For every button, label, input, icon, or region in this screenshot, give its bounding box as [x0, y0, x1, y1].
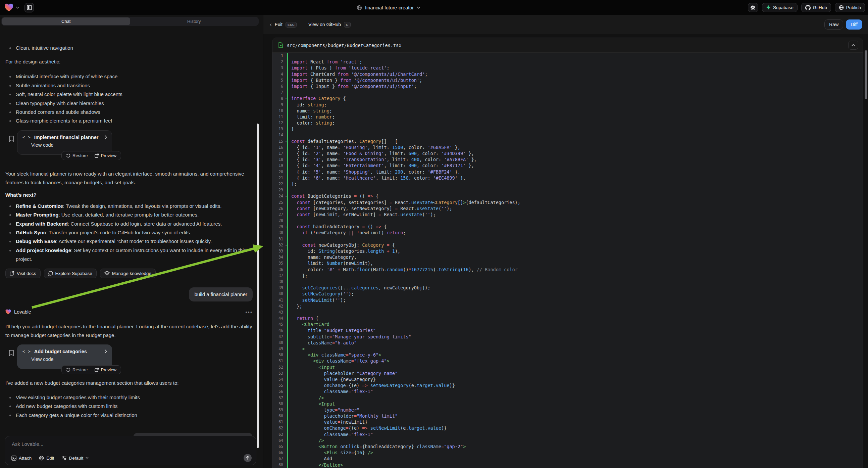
code-line[interactable]: 16 { id: '1', name: 'Housing', limit: 15…	[273, 144, 863, 150]
preview-button[interactable]: Preview	[91, 367, 120, 372]
send-button[interactable]	[244, 454, 252, 462]
code-line[interactable]: 64 />	[273, 437, 863, 443]
visit-docs-button[interactable]: Visit docs	[5, 269, 40, 278]
code-line[interactable]: 59 type="number"	[273, 407, 863, 413]
project-title-menu[interactable]: financial-future-creator	[356, 0, 421, 15]
restore-button[interactable]: Restore	[63, 153, 91, 158]
code-editor[interactable]: 1 2import React from 'react';3import { P…	[273, 53, 863, 468]
code-line[interactable]: 52 <Input	[273, 364, 863, 370]
code-line[interactable]: 29⌄ const handleAddCategory = () => {	[273, 224, 863, 230]
code-line[interactable]: 37 };	[273, 273, 863, 279]
view-code-link[interactable]: View code	[18, 140, 112, 148]
code-line[interactable]: 27 const [newLimit, setNewLimit] = React…	[273, 211, 863, 217]
code-line[interactable]: 54 value={newCategory}	[273, 376, 863, 382]
code-line[interactable]: 50 <div className="space-y-6">	[273, 352, 863, 358]
raw-toggle-button[interactable]: Raw	[825, 20, 843, 30]
code-line[interactable]: 41 setNewLimit('');	[273, 297, 863, 303]
code-line[interactable]: 53 placeholder="Category name"	[273, 370, 863, 376]
code-line[interactable]: 6import { Input } from '@/components/ui/…	[273, 83, 863, 89]
code-line[interactable]: 22];	[273, 181, 863, 187]
code-line[interactable]: 1	[273, 53, 863, 59]
explore-supabase-button[interactable]: Explore Supabase	[44, 269, 97, 278]
code-line[interactable]: 57 />	[273, 395, 863, 401]
code-line[interactable]: 66 <Plus size={16} />	[273, 449, 863, 456]
publish-button[interactable]: Publish	[835, 3, 865, 12]
manage-knowledge-button[interactable]: Manage knowledge	[100, 269, 156, 278]
code-scrollbar[interactable]	[865, 50, 867, 99]
code-line[interactable]: 58 <Input	[273, 401, 863, 407]
code-line[interactable]: 17 { id: '2', name: 'Food & Dining', lim…	[273, 150, 863, 156]
code-line[interactable]: 4import ChartCard from '@/components/ui/…	[273, 71, 863, 77]
chat-scrollbar[interactable]	[257, 123, 259, 448]
code-line[interactable]: 43	[273, 309, 863, 315]
code-line[interactable]: 23	[273, 187, 863, 193]
code-line[interactable]: 2import React from 'react';	[273, 59, 863, 65]
code-line[interactable]: 35 limit: Number(newLimit),	[273, 260, 863, 266]
code-line[interactable]: 47 subtitle="Manage your spending limits…	[273, 334, 863, 340]
logo-chevron-down-icon[interactable]	[16, 6, 20, 9]
bookmark-icon[interactable]	[9, 136, 14, 142]
exit-button[interactable]: Exit	[275, 22, 282, 27]
code-line[interactable]: 3import { Plus } from 'lucide-react';	[273, 65, 863, 71]
settings-gear-button[interactable]	[748, 3, 758, 12]
github-button[interactable]: GitHub	[801, 3, 831, 12]
code-line[interactable]: 42 };	[273, 303, 863, 309]
bookmark-icon[interactable]	[9, 350, 14, 356]
code-line[interactable]: 13}	[273, 126, 863, 132]
code-line[interactable]: 30 if (!newCategory || !newLimit) return…	[273, 230, 863, 236]
tab-history[interactable]: History	[130, 18, 258, 25]
code-line[interactable]: 51 <div className="flex gap-4">	[273, 358, 863, 364]
tab-chat[interactable]: Chat	[2, 18, 130, 25]
code-line[interactable]: 38	[273, 279, 863, 285]
code-line[interactable]: 8⌄interface Category {	[273, 95, 863, 101]
code-line[interactable]: 40 setNewCategory('');	[273, 291, 863, 297]
code-line[interactable]: 67 Add	[273, 456, 863, 462]
message-options-button[interactable]: •••	[245, 309, 253, 315]
code-line[interactable]: 15⌄const defaultCategories: Category[] =…	[273, 138, 863, 144]
code-line[interactable]: 56 className="flex-1"	[273, 388, 863, 394]
code-line[interactable]: 34 name: newCategory,	[273, 254, 863, 260]
code-line[interactable]: 28	[273, 217, 863, 224]
code-line[interactable]: 19 { id: '4', name: 'Entertainment', lim…	[273, 163, 863, 169]
code-line[interactable]: 20 { id: '5', name: 'Shopping', limit: 2…	[273, 169, 863, 175]
code-line[interactable]: 48 className="h-auto"	[273, 340, 863, 346]
code-line[interactable]: 33 id: String(categories.length + 1),	[273, 248, 863, 254]
code-line[interactable]: 61 value={newLimit}	[273, 419, 863, 425]
back-chevron-icon[interactable]: ‹	[270, 21, 272, 28]
code-line[interactable]: 45 <ChartCard	[273, 321, 863, 327]
code-line[interactable]: 12 color: string;	[273, 120, 863, 126]
code-line[interactable]: 18 { id: '3', name: 'Transportation', li…	[273, 156, 863, 163]
code-line[interactable]: 62 onChange={(e) => setNewLimit(e.target…	[273, 425, 863, 431]
code-line[interactable]: 63 className="flex-1"	[273, 431, 863, 437]
code-line[interactable]: 60 placeholder="Monthly limit"	[273, 413, 863, 419]
lovable-heart-logo[interactable]	[4, 3, 13, 12]
code-line[interactable]: 55 onChange={(e) => setNewCategory(e.tar…	[273, 382, 863, 388]
code-line[interactable]: 36 color: '#' + Math.floor(Math.random()…	[273, 267, 863, 273]
collapse-file-button[interactable]	[848, 40, 858, 50]
restore-button[interactable]: Restore	[63, 367, 91, 372]
code-line[interactable]: 21 { id: '6', name: 'Healthcare', limit:…	[273, 175, 863, 181]
code-line[interactable]: 14	[273, 132, 863, 138]
code-line[interactable]: 65 <Button onClick={handleAddCategory} c…	[273, 443, 863, 449]
view-on-github-button[interactable]: View on GitHub	[308, 22, 341, 27]
code-line[interactable]: 32⌄ const newCategoryObj: Category = {	[273, 242, 863, 248]
code-line[interactable]: 9 id: string;	[273, 102, 863, 108]
preview-button[interactable]: Preview	[91, 153, 120, 158]
code-line[interactable]: 5import { Button } from '@/components/ui…	[273, 77, 863, 83]
view-code-link[interactable]: View code	[18, 354, 112, 362]
supabase-button[interactable]: Supabase	[762, 3, 798, 12]
prompt-input[interactable]: Ask Lovable...	[5, 436, 256, 447]
code-line[interactable]: 11 limit: number;	[273, 114, 863, 120]
code-line[interactable]: 26 const [newCategory, setNewCategory] =…	[273, 205, 863, 211]
code-line[interactable]: 44 return (	[273, 315, 863, 321]
mode-selector[interactable]: Default	[62, 456, 89, 461]
sidebar-toggle-button[interactable]	[25, 3, 34, 12]
code-line[interactable]: 39 setCategories([...categories, newCate…	[273, 285, 863, 291]
code-line[interactable]: 25 const [categories, setCategories] = R…	[273, 199, 863, 205]
code-line[interactable]: 31	[273, 236, 863, 242]
code-line[interactable]: 7	[273, 89, 863, 95]
code-line[interactable]: 46 title="Budget Categories"	[273, 327, 863, 333]
edit-button[interactable]: Edit	[39, 456, 54, 461]
code-line[interactable]: 68 </Button>	[273, 462, 863, 468]
attach-button[interactable]: Attach	[11, 456, 32, 461]
